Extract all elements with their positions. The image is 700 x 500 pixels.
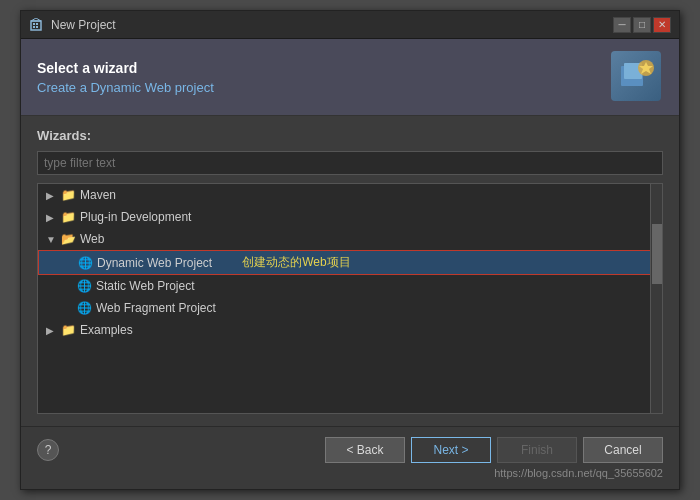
examples-folder-icon: 📁 xyxy=(60,322,76,338)
footer-left: ? xyxy=(37,439,59,461)
new-project-dialog: New Project ─ □ ✕ Select a wizard Create… xyxy=(20,10,680,490)
help-button[interactable]: ? xyxy=(37,439,59,461)
back-button[interactable]: < Back xyxy=(325,437,405,463)
web-label: Web xyxy=(80,232,104,246)
header-title: Select a wizard xyxy=(37,60,214,76)
footer-buttons: < Back Next > Finish Cancel xyxy=(325,437,663,463)
tree-item-plugin-dev[interactable]: ▶ 📁 Plug-in Development xyxy=(38,206,662,228)
web-folder-icon: 📂 xyxy=(60,231,76,247)
filter-input[interactable] xyxy=(37,151,663,175)
tree-item-web-fragment[interactable]: ▶ 🌐 Web Fragment Project xyxy=(38,297,662,319)
examples-arrow: ▶ xyxy=(46,325,58,336)
header-section: Select a wizard Create a Dynamic Web pro… xyxy=(21,39,679,116)
next-button[interactable]: Next > xyxy=(411,437,491,463)
maven-folder-icon: 📁 xyxy=(60,187,76,203)
finish-button[interactable]: Finish xyxy=(497,437,577,463)
svg-marker-1 xyxy=(31,18,41,21)
tree-item-maven[interactable]: ▶ 📁 Maven xyxy=(38,184,662,206)
close-button[interactable]: ✕ xyxy=(653,17,671,33)
maven-arrow: ▶ xyxy=(46,190,58,201)
plugin-dev-folder-icon: 📁 xyxy=(60,209,76,225)
tree-container[interactable]: ▶ 📁 Maven ▶ 📁 Plug-in Development ▼ 📂 We… xyxy=(37,183,663,414)
tree-item-static-web[interactable]: ▶ 🌐 Static Web Project xyxy=(38,275,662,297)
url-bar: https://blog.csdn.net/qq_35655602 xyxy=(37,467,663,479)
tree-item-examples[interactable]: ▶ 📁 Examples xyxy=(38,319,662,341)
wizard-icon xyxy=(611,51,663,103)
header-content: Select a wizard Create a Dynamic Web pro… xyxy=(37,60,214,95)
web-fragment-icon: 🌐 xyxy=(76,300,92,316)
dynamic-web-icon: 🌐 xyxy=(77,255,93,271)
dynamic-web-label: Dynamic Web Project xyxy=(97,256,212,270)
web-fragment-label: Web Fragment Project xyxy=(96,301,216,315)
button-row: ? < Back Next > Finish Cancel xyxy=(37,437,663,463)
minimize-button[interactable]: ─ xyxy=(613,17,631,33)
restore-button[interactable]: □ xyxy=(633,17,651,33)
plugin-dev-label: Plug-in Development xyxy=(80,210,191,224)
title-bar: New Project ─ □ ✕ xyxy=(21,11,679,39)
title-bar-left: New Project xyxy=(29,17,116,33)
web-arrow: ▼ xyxy=(46,234,58,245)
plugin-dev-arrow: ▶ xyxy=(46,212,58,223)
dialog-title: New Project xyxy=(51,18,116,32)
tree-item-web[interactable]: ▼ 📂 Web xyxy=(38,228,662,250)
tree-item-dynamic-web[interactable]: ▶ 🌐 Dynamic Web Project 创建动态的Web项目 xyxy=(38,250,662,275)
main-content: Wizards: ▶ 📁 Maven ▶ 📁 Plug-in Developme… xyxy=(21,116,679,426)
svg-rect-5 xyxy=(36,26,38,28)
svg-rect-3 xyxy=(36,23,38,25)
maven-label: Maven xyxy=(80,188,116,202)
title-bar-controls: ─ □ ✕ xyxy=(613,17,671,33)
examples-label: Examples xyxy=(80,323,133,337)
wizard-icon-bg xyxy=(611,51,661,101)
header-subtitle: Create a Dynamic Web project xyxy=(37,80,214,95)
wizards-label: Wizards: xyxy=(37,128,663,143)
static-web-icon: 🌐 xyxy=(76,278,92,294)
svg-rect-2 xyxy=(33,23,35,25)
svg-rect-4 xyxy=(33,26,35,28)
dynamic-web-annotation: 创建动态的Web项目 xyxy=(242,254,350,271)
scrollbar-track[interactable] xyxy=(650,184,662,413)
footer: ? < Back Next > Finish Cancel https://bl… xyxy=(21,426,679,489)
svg-rect-0 xyxy=(31,21,41,30)
static-web-label: Static Web Project xyxy=(96,279,194,293)
dialog-icon xyxy=(29,17,45,33)
scrollbar-thumb[interactable] xyxy=(652,224,662,284)
cancel-button[interactable]: Cancel xyxy=(583,437,663,463)
